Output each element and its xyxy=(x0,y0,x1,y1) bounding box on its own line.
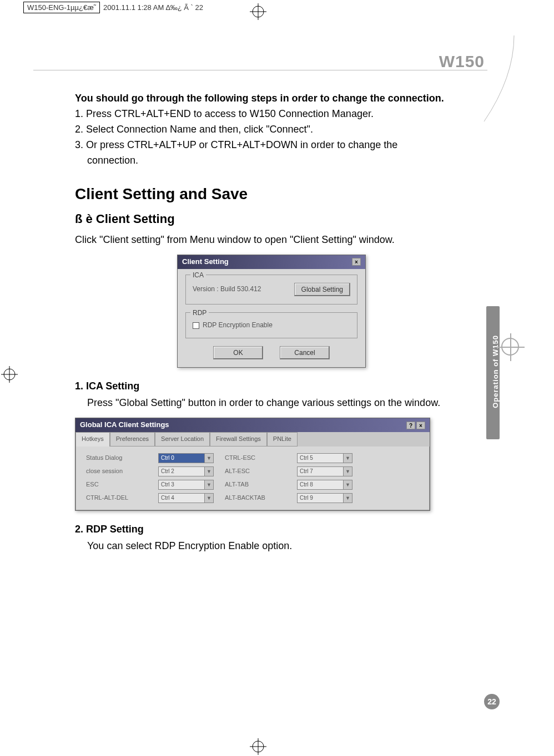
dialog2-title-text: Global ICA Client Settings xyxy=(80,420,169,430)
registration-mark-bottom xyxy=(250,738,266,755)
rdp-encryption-checkbox[interactable] xyxy=(193,322,199,329)
hotkey-label: CTRL-ESC xyxy=(225,454,286,463)
step-3b: connection. xyxy=(75,153,468,168)
ica-setting-heading: 1. ICA Setting xyxy=(75,379,468,393)
dialog2-body: Hotkeys Preferences Server Location Fire… xyxy=(75,432,430,510)
hotkey-label: Status Dialog xyxy=(86,454,147,463)
rdp-setting-desc: You can select RDP Encryption Enable opt… xyxy=(75,539,468,553)
ok-button[interactable]: OK xyxy=(213,346,263,359)
tab-preferences[interactable]: Preferences xyxy=(110,432,155,447)
close-icon[interactable]: × xyxy=(416,422,425,429)
section-h3: ß èClient Setting xyxy=(75,210,468,228)
hotkey-label: close session xyxy=(86,467,147,476)
dialog2-titlebar: Global ICA Client Settings ? × xyxy=(75,418,430,432)
global-setting-button[interactable]: Global Setting xyxy=(294,283,350,296)
chevron-down-icon: ▼ xyxy=(204,454,213,463)
bullet-icon: ß è xyxy=(75,210,93,228)
h3-text: Client Setting xyxy=(96,212,175,226)
chevron-down-icon: ▼ xyxy=(343,494,352,503)
target-icon xyxy=(501,338,519,356)
hotkey-dropdown[interactable]: Ctrl 5▼ xyxy=(297,453,352,463)
hotkey-grid: Status DialogCtrl 0▼CTRL-ESCCtrl 5▼close… xyxy=(86,453,419,503)
dialog-titlebar: Client Setting × xyxy=(178,255,365,269)
hotkey-dropdown[interactable]: Ctrl 8▼ xyxy=(297,480,352,490)
hotkey-dropdown[interactable]: Ctrl 7▼ xyxy=(297,466,352,476)
main-content: You should go through the following step… xyxy=(75,91,468,561)
client-setting-dialog: Client Setting × ICA Version : Build 530… xyxy=(177,255,366,368)
hotkey-dropdown[interactable]: Ctrl 9▼ xyxy=(297,493,352,503)
dialog-body: ICA Version : Build 530.412 Global Setti… xyxy=(178,269,365,367)
print-header: W150-ENG-1µµ¿€æ˜ 2001.11.1 1:28 AM ∆‰¿ Ã… xyxy=(23,2,203,13)
chevron-down-icon: ▼ xyxy=(204,480,213,489)
button-row: OK Cancel xyxy=(185,346,357,359)
tab-content: Status DialogCtrl 0▼CTRL-ESCCtrl 5▼close… xyxy=(75,447,430,510)
close-icon[interactable]: × xyxy=(352,258,361,266)
tabs: Hotkeys Preferences Server Location Fire… xyxy=(75,432,430,447)
hotkey-label: ALT-TAB xyxy=(225,480,286,489)
header-line xyxy=(33,70,487,70)
intro-heading: You should go through the following step… xyxy=(75,91,468,105)
hotkey-dropdown[interactable]: Ctrl 3▼ xyxy=(158,480,214,490)
print-header-text2: 2001.11.1 1:28 AM ∆‰¿ Ã ` 22 xyxy=(103,3,203,12)
hotkey-label: ESC xyxy=(86,480,147,489)
registration-mark-top xyxy=(250,3,266,20)
step-3: 3. Or press CTRL+ALT+UP or CTRL+ALT+DOWN… xyxy=(75,138,468,152)
section-h2: Client Setting and Save xyxy=(75,183,468,206)
title-buttons: ? × xyxy=(406,422,425,429)
tab-server-location[interactable]: Server Location xyxy=(155,432,210,447)
rdp-fieldset: RDP RDP Encryption Enable xyxy=(185,312,357,338)
tab-firewall-settings[interactable]: Firewall Settings xyxy=(210,432,267,447)
help-icon[interactable]: ? xyxy=(406,422,415,429)
rdp-encryption-checkbox-row: RDP Encryption Enable xyxy=(193,321,350,330)
cancel-button[interactable]: Cancel xyxy=(280,346,330,359)
hotkey-label: ALT-ESC xyxy=(225,467,286,476)
tab-hotkeys[interactable]: Hotkeys xyxy=(75,432,110,447)
rdp-label: RDP xyxy=(190,308,209,318)
page-content: W150 You should go through the following… xyxy=(33,30,521,730)
chevron-down-icon: ▼ xyxy=(343,467,352,476)
global-ica-dialog: Global ICA Client Settings ? × Hotkeys P… xyxy=(75,418,430,511)
step-1: 1. Press CTRL+ALT+END to access to W150 … xyxy=(75,106,468,121)
version-text: Version : Build 530.412 xyxy=(193,285,261,294)
ica-setting-desc: Press "Global Setting" button in order t… xyxy=(75,395,468,410)
chevron-down-icon: ▼ xyxy=(204,494,213,503)
sidebar-text: Operation of W150 xyxy=(491,335,500,408)
chevron-down-icon: ▼ xyxy=(343,454,352,463)
ica-fieldset: ICA Version : Build 530.412 Global Setti… xyxy=(185,275,357,305)
hotkey-dropdown[interactable]: Ctrl 2▼ xyxy=(158,466,214,476)
page-number: 22 xyxy=(484,694,500,709)
hotkey-dropdown[interactable]: Ctrl 4▼ xyxy=(158,493,214,503)
ica-label: ICA xyxy=(190,271,206,280)
print-header-text1: W150-ENG-1µµ¿€æ˜ xyxy=(23,2,100,13)
step-2: 2. Select Connection Name and then, clic… xyxy=(75,122,468,136)
dialog-title-text: Client Setting xyxy=(182,257,229,267)
rdp-setting-heading: 2. RDP Setting xyxy=(75,522,468,536)
hotkey-dropdown[interactable]: Ctrl 0▼ xyxy=(158,453,214,463)
chevron-down-icon: ▼ xyxy=(343,480,352,489)
corner-curve xyxy=(482,35,515,124)
rdp-encryption-label: RDP Encryption Enable xyxy=(203,321,273,330)
section-desc: Click "Client setting" from Menu window … xyxy=(75,232,468,247)
hotkey-label: CTRL-ALT-DEL xyxy=(86,494,147,503)
chevron-down-icon: ▼ xyxy=(204,467,213,476)
model-name: W150 xyxy=(439,52,485,71)
version-row: Version : Build 530.412 Global Setting xyxy=(193,283,350,296)
tab-pnlite[interactable]: PNLite xyxy=(267,432,298,447)
hotkey-label: ALT-BACKTAB xyxy=(225,494,286,503)
registration-mark-left xyxy=(1,366,21,386)
